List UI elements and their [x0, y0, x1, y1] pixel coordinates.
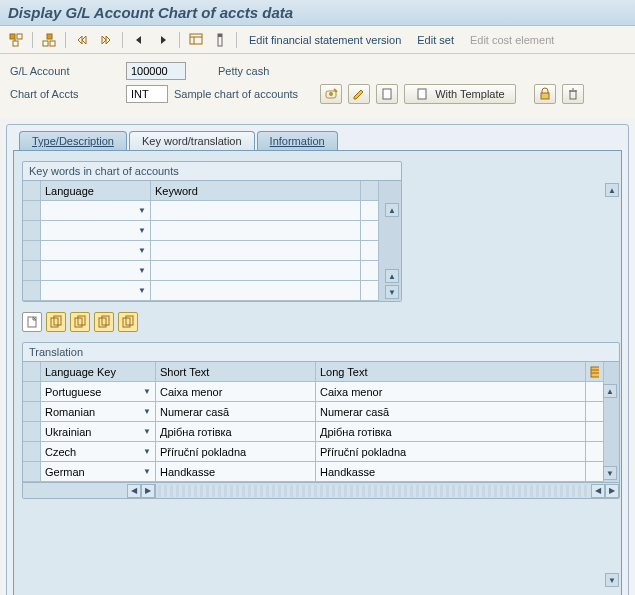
column-language[interactable]: Language [41, 181, 151, 201]
chevron-down-icon: ▼ [138, 226, 146, 235]
palette-paste2-icon[interactable] [118, 312, 138, 332]
row-header[interactable] [23, 402, 41, 422]
delete-button[interactable] [562, 84, 584, 104]
palette-cut-icon[interactable] [70, 312, 90, 332]
language-key-cell[interactable]: Ukrainian▼ [41, 422, 156, 442]
grid-settings-button[interactable] [586, 362, 604, 382]
short-text-cell[interactable]: Caixa menor [156, 382, 316, 402]
row-header[interactable] [23, 422, 41, 442]
toolbar-separator [32, 32, 33, 48]
hierarchy-icon[interactable] [6, 30, 26, 50]
row-spacer [586, 382, 604, 402]
translation-grid: Language Key Short Text Long Text Portug… [23, 361, 619, 498]
keyword-cell[interactable] [151, 281, 361, 301]
hscroll-track[interactable] [158, 485, 589, 497]
chevron-down-icon: ▼ [138, 206, 146, 215]
language-key-cell[interactable]: German▼ [41, 462, 156, 482]
new-button[interactable] [376, 84, 398, 104]
long-text-cell[interactable]: Handkasse [316, 462, 586, 482]
palette-new-icon[interactable] [22, 312, 42, 332]
language-cell[interactable]: ▼ [41, 201, 151, 221]
edit-financial-link[interactable]: Edit financial statement version [243, 34, 407, 46]
grid-corner[interactable] [23, 181, 41, 201]
row-header[interactable] [23, 382, 41, 402]
prev-icon[interactable] [129, 30, 149, 50]
short-text-cell[interactable]: Handkasse [156, 462, 316, 482]
tab-container: Type/Description Key word/translation In… [6, 124, 629, 595]
tab-type-description[interactable]: Type/Description [19, 131, 127, 150]
language-key-cell[interactable]: Czech▼ [41, 442, 156, 462]
layout-icon[interactable] [186, 30, 206, 50]
svg-rect-17 [218, 34, 222, 37]
gl-account-input[interactable] [126, 62, 186, 80]
row-header[interactable] [23, 261, 41, 281]
chart-accts-input[interactable] [126, 85, 168, 103]
keyword-cell[interactable] [151, 261, 361, 281]
scroll-up2-button[interactable]: ▲ [385, 269, 399, 283]
long-text-cell[interactable]: Numerar casă [316, 402, 586, 422]
nav-last-icon[interactable] [96, 30, 116, 50]
column-short-text[interactable]: Short Text [156, 362, 316, 382]
language-cell[interactable]: ▼ [41, 281, 151, 301]
row-header[interactable] [23, 241, 41, 261]
tab-information[interactable]: Information [257, 131, 338, 150]
panel-scroll-up-button[interactable]: ▲ [605, 183, 619, 197]
grid-header-spacer [361, 181, 379, 201]
short-text-cell[interactable]: Дрібна готівка [156, 422, 316, 442]
language-key-cell[interactable]: Portuguese▼ [41, 382, 156, 402]
language-cell[interactable]: ▼ [41, 221, 151, 241]
horizontal-scrollbar[interactable]: ◀ ▶ ◀ ▶ [23, 482, 619, 498]
svg-line-20 [334, 89, 337, 92]
long-text-cell[interactable]: Příruční pokladna [316, 442, 586, 462]
chevron-down-icon: ▼ [143, 387, 151, 396]
short-text-cell[interactable]: Příruční pokladna [156, 442, 316, 462]
lock-button[interactable] [534, 84, 556, 104]
panel-scrollbar[interactable]: ▲ ▼ [605, 183, 619, 587]
keyword-cell[interactable] [151, 201, 361, 221]
hscroll-right-button[interactable]: ▶ [141, 484, 155, 498]
panel-scroll-down-button[interactable]: ▼ [605, 573, 619, 587]
row-header[interactable] [23, 221, 41, 241]
svg-marker-9 [102, 36, 106, 44]
next-icon[interactable] [153, 30, 173, 50]
language-cell[interactable]: ▼ [41, 241, 151, 261]
toolbar-separator [122, 32, 123, 48]
edit-cost-link: Edit cost element [464, 34, 560, 46]
info-icon[interactable] [210, 30, 230, 50]
tab-key-word-translation[interactable]: Key word/translation [129, 131, 255, 150]
svg-rect-25 [570, 91, 576, 99]
with-template-label: With Template [435, 88, 505, 100]
page-title: Display G/L Account Chart of accts data [0, 0, 635, 26]
row-header[interactable] [23, 462, 41, 482]
nav-first-icon[interactable] [72, 30, 92, 50]
palette-paste-icon[interactable] [94, 312, 114, 332]
with-template-button[interactable]: With Template [404, 84, 516, 104]
hierarchy2-icon[interactable] [39, 30, 59, 50]
scroll-up-button[interactable]: ▲ [385, 203, 399, 217]
row-header[interactable] [23, 201, 41, 221]
table-row: Ukrainian▼Дрібна готівкаДрібна готівка [23, 422, 619, 442]
edit-button[interactable] [348, 84, 370, 104]
palette-copy-icon[interactable] [46, 312, 66, 332]
long-text-cell[interactable]: Дрібна готівка [316, 422, 586, 442]
edit-set-link[interactable]: Edit set [411, 34, 460, 46]
keyword-cell[interactable] [151, 221, 361, 241]
hscroll-left2-button[interactable]: ◀ [591, 484, 605, 498]
row-header[interactable] [23, 281, 41, 301]
svg-rect-5 [43, 41, 48, 46]
keyword-cell[interactable] [151, 241, 361, 261]
grid-corner[interactable] [23, 362, 41, 382]
hscroll-left-button[interactable]: ◀ [127, 484, 141, 498]
scroll-down-button[interactable]: ▼ [385, 285, 399, 299]
row-header[interactable] [23, 442, 41, 462]
long-text-cell[interactable]: Caixa menor [316, 382, 586, 402]
gl-account-desc: Petty cash [218, 65, 269, 77]
svg-rect-38 [591, 367, 599, 377]
column-long-text[interactable]: Long Text [316, 362, 586, 382]
column-language-key[interactable]: Language Key [41, 362, 156, 382]
column-keyword[interactable]: Keyword [151, 181, 361, 201]
display-change-button[interactable] [320, 84, 342, 104]
short-text-cell[interactable]: Numerar casă [156, 402, 316, 422]
language-key-cell[interactable]: Romanian▼ [41, 402, 156, 422]
language-cell[interactable]: ▼ [41, 261, 151, 281]
